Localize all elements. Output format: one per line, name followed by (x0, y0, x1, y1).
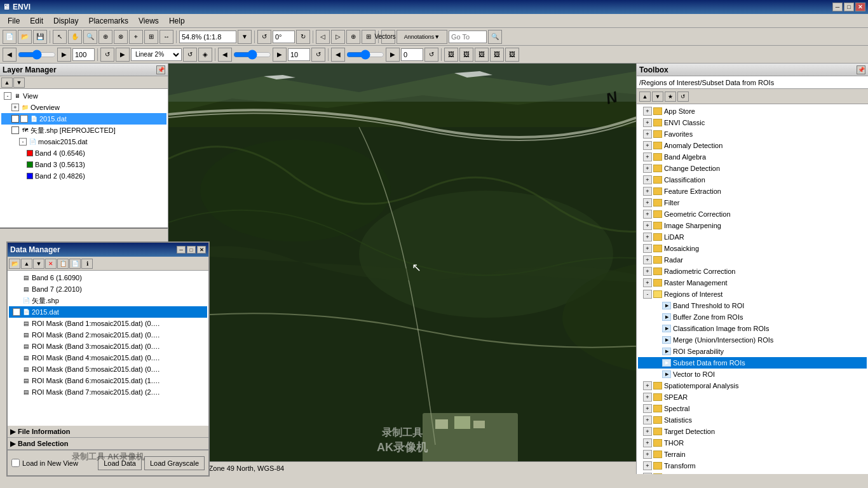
tb-extra3[interactable]: 🖼 (475, 48, 489, 62)
contrast-refresh[interactable]: ↺ (311, 48, 325, 62)
dm-newview-checkbox[interactable] (11, 459, 20, 467)
new-btn[interactable]: 📄 (3, 30, 17, 44)
open-btn[interactable]: 📂 (18, 30, 32, 44)
tool-btn2[interactable]: ⊗ (114, 30, 128, 44)
tb-tree-filter[interactable]: +Filter (638, 197, 867, 208)
tb-tree-classification[interactable]: +Classification (638, 174, 867, 186)
tb-tree-classification-image-from-rois[interactable]: ▶Classification Image from ROIs (638, 323, 867, 334)
nav-btn2[interactable]: ▷ (331, 30, 345, 44)
expand-icon[interactable]: + (643, 473, 652, 474)
rotate-fwd[interactable]: ↻ (296, 30, 310, 44)
enhance-btn1[interactable]: ▶ (116, 48, 130, 62)
tb-tree-thor[interactable]: +THOR (638, 437, 867, 449)
expand-icon[interactable]: + (643, 130, 652, 139)
contrast-left[interactable]: ◀ (218, 48, 232, 62)
menu-placemarks[interactable]: Placemarks (83, 15, 133, 27)
tool-btn4[interactable]: ⊞ (144, 30, 158, 44)
tb-tree-radar[interactable]: +Radar (638, 254, 867, 266)
contrast-val[interactable] (288, 48, 310, 61)
tool-btn3[interactable]: ⌖ (129, 30, 143, 44)
expand-icon[interactable]: + (643, 404, 652, 413)
zoom-in-btn[interactable]: 🔍 (83, 30, 97, 44)
expand-icon[interactable]: - (13, 308, 20, 316)
mosaic-expand[interactable]: - (19, 138, 27, 146)
expand-icon[interactable]: + (643, 393, 652, 402)
dm-tree-item[interactable]: ▤ROI Mask (Band 2:mosaic2015.dat) (0.… (9, 329, 207, 341)
minimize-button[interactable]: ─ (832, 3, 843, 11)
goto-input[interactable] (449, 30, 487, 43)
tb-tree-mosaicking[interactable]: +Mosaicking (638, 243, 867, 254)
tb-extra2[interactable]: 🖼 (459, 48, 473, 62)
tb-tree-image-sharpening[interactable]: +Image Sharpening (638, 220, 867, 231)
layer-manager-pin[interactable]: 📌 (156, 65, 165, 74)
rotation-input[interactable] (273, 30, 295, 43)
lm-up-btn[interactable]: ▲ (1, 78, 13, 88)
contrast-slider[interactable] (233, 50, 271, 60)
menu-edit[interactable]: Edit (25, 15, 48, 27)
pan-btn[interactable]: ✋ (68, 30, 82, 44)
lm-down-btn[interactable]: ▼ (13, 78, 25, 88)
enhance-select[interactable]: Linear 2% (131, 48, 182, 61)
tb-tree-envi-classic[interactable]: +ENVI Classic (638, 117, 867, 128)
tb-tree-app-store[interactable]: +App Store (638, 105, 867, 117)
tb-extra5[interactable]: 🖼 (505, 48, 519, 62)
dm-load-gray-btn[interactable]: Load Grayscale (144, 456, 205, 470)
expand-icon[interactable]: + (643, 187, 652, 196)
enhance-btn2[interactable]: ◈ (198, 48, 212, 62)
tb-tree-terrain[interactable]: +Terrain (638, 449, 867, 460)
loop-btn[interactable]: ↺ (100, 48, 114, 62)
expand-icon[interactable]: + (643, 210, 652, 219)
tb-tree-anomaly-detection[interactable]: +Anomaly Detection (638, 140, 867, 151)
tb-extra4[interactable]: 🖼 (490, 48, 504, 62)
menu-views[interactable]: Views (133, 15, 164, 27)
expand-icon[interactable]: + (643, 278, 652, 287)
tree-item-band2[interactable]: Band 2 (0.4826) (1, 170, 166, 182)
dm-minimize[interactable]: ─ (177, 246, 186, 254)
tb-tree-band-threshold-to-roi[interactable]: ▶Band Threshold to ROI (638, 300, 867, 311)
tb-tree-geometric-correction[interactable]: +Geometric Correction (638, 208, 867, 220)
save-btn[interactable]: 💾 (33, 30, 47, 44)
tb-tree-vector[interactable]: +Vector (638, 471, 867, 474)
dm-close[interactable]: ✕ (197, 246, 206, 254)
expand-icon[interactable]: + (643, 461, 652, 470)
tree-item-view[interactable]: - 🖥 View (1, 90, 166, 102)
dm-tree-item[interactable]: ▤ROI Mask (Band 5:mosaic2015.dat) (0.… (9, 363, 207, 375)
expand-icon[interactable]: + (643, 221, 652, 230)
menu-help[interactable]: Help (164, 15, 190, 27)
tb-tree-regions-of-interest[interactable]: -Regions of Interest (638, 288, 867, 300)
tree-item-band4[interactable]: Band 4 (0.6546) (1, 147, 166, 159)
tb-nav-down[interactable]: ▼ (652, 92, 663, 102)
dm-tree-item[interactable]: ▤ROI Mask (Band 4:mosaic2015.dat) (0.… (9, 352, 207, 363)
toolbox-pin[interactable]: 📌 (857, 65, 865, 74)
tb-tree-band-algebra[interactable]: +Band Algebra (638, 151, 867, 163)
expand-icon[interactable]: + (643, 107, 652, 116)
dm-open[interactable]: 📂 (9, 259, 20, 269)
sharp-refresh[interactable]: ↺ (424, 48, 438, 62)
zoom-dropdown[interactable]: ▼ (238, 30, 252, 44)
tree-item-shapefile[interactable]: 🗺 矢量.shp [REPROJECTED] (1, 125, 166, 136)
dm-tree-item[interactable]: ▤ROI Mask (Band 3:mosaic2015.dat) (0.… (9, 341, 207, 352)
vectors-btn[interactable]: Vectors▼ (381, 30, 395, 44)
view-expand[interactable]: - (4, 92, 11, 100)
dm-info[interactable]: ℹ (81, 259, 93, 269)
rotate-back[interactable]: ↺ (257, 30, 271, 44)
tb-tree-raster-management[interactable]: +Raster Management (638, 277, 867, 288)
tb-tree-change-detection[interactable]: +Change Detection (638, 163, 867, 174)
close-button[interactable]: ✕ (855, 3, 865, 11)
menu-display[interactable]: Display (48, 15, 83, 27)
nav-btn1[interactable]: ◁ (316, 30, 330, 44)
menu-file[interactable]: File (3, 15, 25, 27)
tb-tree-merge-(union/intersection)-rois[interactable]: ▶Merge (Union/Intersection) ROIs (638, 334, 867, 346)
tree-item-overview[interactable]: + 📁 Overview (1, 102, 166, 113)
brightness-slider[interactable] (18, 50, 56, 60)
tb-tree-spectral[interactable]: +Spectral (638, 403, 867, 414)
expand-icon[interactable]: + (643, 118, 652, 127)
dm-tree-item[interactable]: ▤ROI Mask (Band 7:mosaic2015.dat) (2.… (9, 386, 207, 398)
tb-tree-feature-extraction[interactable]: +Feature Extraction (638, 186, 867, 197)
tb-tree-lidar[interactable]: +LiDAR (638, 231, 867, 243)
tb-tree-radiometric-correction[interactable]: +Radiometric Correction (638, 266, 867, 277)
main-view[interactable]: N ↖ 录制工具 AK录像机 Proj: UTM, Zone 49 North,… (168, 64, 636, 474)
nav-btn3[interactable]: ⊕ (346, 30, 360, 44)
2015dat-expand[interactable]: - (20, 115, 28, 123)
dm-tree-item[interactable]: ▤ROI Mask (Band 1:mosaic2015.dat) (0.… (9, 318, 207, 329)
